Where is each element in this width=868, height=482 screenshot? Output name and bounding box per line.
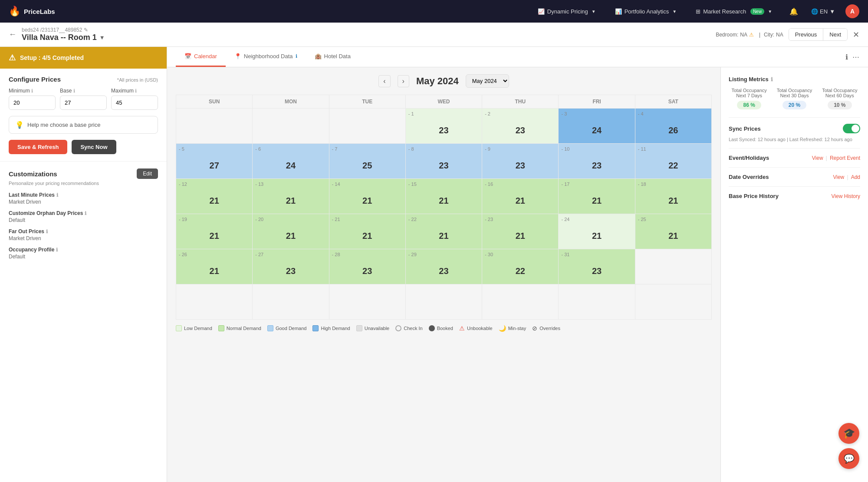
calendar-cell[interactable]: - 324 <box>559 109 635 144</box>
calendar-cell[interactable]: - 2421 <box>559 214 635 249</box>
cell-date: - 1 <box>408 111 414 116</box>
calendar-cell[interactable]: - 2021 <box>253 214 329 249</box>
cell-price: 25 <box>332 161 403 171</box>
calendar-header-row: SUN MON TUE WED THU FRI SAT <box>176 95 712 109</box>
event-holidays-row: Event/Holidays View | Report Event <box>729 155 860 161</box>
close-button[interactable]: ✕ <box>853 30 859 40</box>
chat-fab-button[interactable]: 💬 <box>838 448 859 469</box>
col-fri: FRI <box>559 95 635 109</box>
calendar-cell[interactable]: - 1321 <box>253 179 329 214</box>
calendar-cell[interactable]: - 1122 <box>635 144 711 179</box>
nav-portfolio-analytics[interactable]: 📊 Portfolio Analytics ▼ <box>611 6 681 17</box>
calendar-cell <box>635 284 711 320</box>
moon-icon: 🌙 <box>499 325 506 332</box>
help-icon: 💡 <box>15 121 24 129</box>
sync-now-button[interactable]: Sync Now <box>72 140 116 154</box>
sync-prices-toggle[interactable] <box>843 124 860 133</box>
calendar-cell <box>482 284 559 320</box>
help-base-price-button[interactable]: 💡 Help me choose a base price <box>9 116 158 134</box>
calendar-cell <box>635 249 711 284</box>
calendar-cell <box>176 109 253 144</box>
calendar-cell[interactable]: - 123 <box>405 109 482 144</box>
sync-info-text: Last Synced: 12 hours ago | Last Refresh… <box>729 137 860 142</box>
listing-metrics-title: Listing Metrics ℹ <box>729 76 860 83</box>
calendar-cell <box>405 284 482 320</box>
cell-date: - 30 <box>485 252 493 257</box>
info-action-button[interactable]: ℹ <box>845 53 848 61</box>
date-overrides-view-link[interactable]: View <box>833 174 844 180</box>
more-action-button[interactable]: ⋯ <box>852 53 859 61</box>
calendar-cell[interactable]: - 1621 <box>482 179 559 214</box>
next-button[interactable]: Next <box>823 29 847 40</box>
calendar-cell[interactable]: - 1521 <box>405 179 482 214</box>
overrides-icon: ⊘ <box>532 325 537 332</box>
calendar-cell[interactable]: - 2121 <box>329 214 405 249</box>
calendar-cell[interactable]: - 2723 <box>253 249 329 284</box>
calendar-cell[interactable]: - 527 <box>176 144 253 179</box>
calendar-cell[interactable]: - 223 <box>482 109 559 144</box>
event-report-link[interactable]: Report Event <box>830 155 860 161</box>
minimum-input[interactable] <box>9 96 56 110</box>
nav-market-research[interactable]: ⊞ Market Research New ▼ <box>691 6 776 17</box>
base-price-history-view-link[interactable]: View History <box>832 193 860 199</box>
calendar-cell[interactable]: - 2621 <box>176 249 253 284</box>
event-view-link[interactable]: View <box>812 155 823 161</box>
metric-60-days: Total OccupancyNext 60 Days 10 % <box>819 88 860 109</box>
cell-date: - 28 <box>332 252 340 257</box>
calendar-cell[interactable]: - 1023 <box>559 144 635 179</box>
legend-high-demand: High Demand <box>312 325 350 331</box>
calendar-cell[interactable]: - 2823 <box>329 249 405 284</box>
calendar-cell[interactable]: - 1921 <box>176 214 253 249</box>
logo[interactable]: 🔥 PriceLabs <box>9 6 55 17</box>
calendar-cell[interactable]: - 923 <box>482 144 559 179</box>
tab-neighborhood[interactable]: 📍 Neighborhood Data ℹ <box>226 47 306 67</box>
date-overrides-add-link[interactable]: Add <box>851 174 860 180</box>
legend-overrides: ⊘ Overrides <box>532 325 560 332</box>
main-layout: ⚠ Setup : 4/5 Completed Configure Prices… <box>0 47 868 482</box>
help-fab-button[interactable]: 🎓 <box>838 423 859 444</box>
save-refresh-button[interactable]: Save & Refresh <box>9 140 67 154</box>
calendar-cell[interactable]: - 2923 <box>405 249 482 284</box>
calendar-week-2: - 1221- 1321- 1421- 1521- 1621- 1721- 18… <box>176 179 712 214</box>
month-select[interactable]: May 2024 <box>466 74 509 88</box>
user-avatar[interactable]: A <box>845 4 859 18</box>
event-holidays-actions: View | Report Event <box>812 155 860 161</box>
calendar-cell[interactable]: - 1821 <box>635 179 711 214</box>
legend-low-demand: Low Demand <box>176 325 212 331</box>
logo-icon: 🔥 <box>9 6 20 17</box>
orphan-day-prices-label: Customize Orphan Day Prices ℹ <box>9 210 158 216</box>
calendar-cell[interactable]: - 426 <box>635 109 711 144</box>
tab-calendar[interactable]: 📅 Calendar <box>176 47 226 67</box>
nav-dynamic-pricing[interactable]: 📈 Dynamic Pricing ▼ <box>533 6 600 17</box>
calendar-cell[interactable]: - 725 <box>329 144 405 179</box>
calendar-cell[interactable]: - 2521 <box>635 214 711 249</box>
property-dropdown-icon[interactable]: ▼ <box>99 34 105 41</box>
calendar-cell[interactable]: - 2221 <box>405 214 482 249</box>
setup-banner[interactable]: ⚠ Setup : 4/5 Completed <box>0 47 167 69</box>
back-button[interactable]: ← <box>9 30 16 39</box>
property-title: Villa Nava -- Room 1 ▼ <box>22 33 105 42</box>
calendar-cell[interactable]: - 3123 <box>559 249 635 284</box>
calendar-cell[interactable]: - 823 <box>405 144 482 179</box>
calendar-cell[interactable]: - 1421 <box>329 179 405 214</box>
calendar-cell[interactable]: - 1721 <box>559 179 635 214</box>
legend-unavailable: Unavailable <box>356 325 389 331</box>
calendar-cell[interactable]: - 2321 <box>482 214 559 249</box>
calendar-cell[interactable]: - 624 <box>253 144 329 179</box>
calendar-cell[interactable]: - 3022 <box>482 249 559 284</box>
notification-bell-icon[interactable]: 🔔 <box>787 5 801 18</box>
cell-date: - 7 <box>332 146 338 152</box>
calendar-cell[interactable]: - 1221 <box>176 179 253 214</box>
prev-month-button[interactable]: ‹ <box>378 75 390 87</box>
prev-button[interactable]: Previous <box>789 29 823 40</box>
cell-price: 21 <box>561 196 632 206</box>
next-month-button[interactable]: › <box>398 75 409 87</box>
edit-button[interactable]: Edit <box>137 168 158 179</box>
language-selector[interactable]: 🌐 EN ▼ <box>811 8 835 15</box>
base-input[interactable] <box>60 96 107 110</box>
action-buttons: Save & Refresh Sync Now <box>9 140 158 154</box>
tab-hotel[interactable]: 🏨 Hotel Data <box>306 47 359 67</box>
maximum-input[interactable] <box>111 96 158 110</box>
customizations-description: Personalize your pricing recommendations <box>9 181 158 186</box>
cell-price: 23 <box>408 161 479 171</box>
